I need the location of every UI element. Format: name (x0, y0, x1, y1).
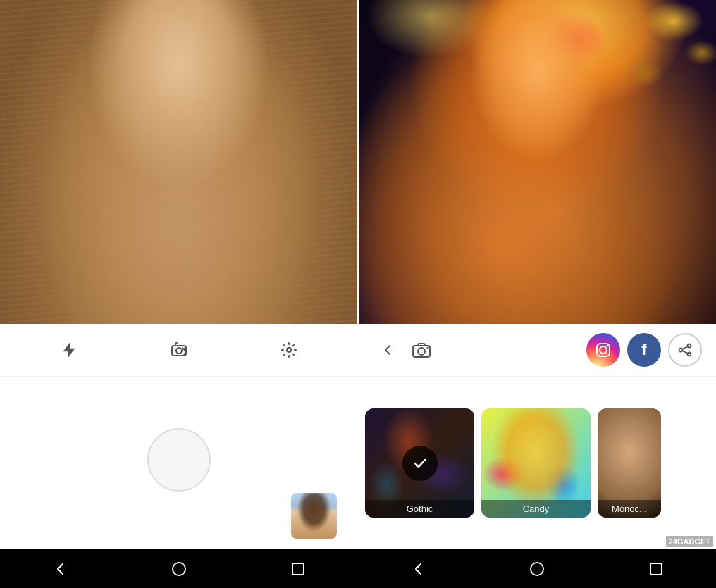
svg-point-3 (287, 348, 291, 352)
nav-recents-right[interactable] (642, 555, 670, 583)
svg-point-6 (427, 347, 429, 349)
svg-rect-16 (292, 563, 304, 575)
filter-strip: Gothic Candy Monoc... (358, 377, 716, 549)
paint-swirls-overlay (575, 0, 716, 106)
filter-mono-label: Monoc... (598, 500, 661, 518)
filter-mono[interactable]: Monoc... (598, 408, 661, 518)
toolbar-left (0, 324, 358, 377)
svg-point-5 (418, 348, 425, 355)
facebook-label: f (641, 341, 646, 359)
facebook-button[interactable]: f (627, 333, 661, 367)
nav-recents-left[interactable] (284, 555, 312, 583)
back-button[interactable] (372, 334, 403, 365)
svg-point-9 (607, 345, 609, 347)
thumbnail-preview[interactable] (291, 493, 337, 539)
filter-gothic-label: Gothic (365, 500, 474, 518)
camera-rotate-button[interactable] (163, 334, 195, 365)
nav-bar-right: 24GADGET (358, 549, 716, 588)
nav-back-right[interactable] (404, 555, 432, 583)
photos-row (0, 0, 716, 324)
filter-gothic[interactable]: Gothic (365, 408, 474, 518)
bottom-right-panel: f (358, 324, 716, 549)
nav-home-right[interactable] (523, 555, 551, 583)
share-button[interactable] (668, 333, 702, 367)
nav-home-left[interactable] (165, 555, 193, 583)
svg-line-14 (682, 351, 687, 354)
svg-rect-18 (650, 563, 662, 575)
nav-back-left[interactable] (46, 555, 74, 583)
watermark: 24GADGET (666, 536, 713, 547)
svg-point-11 (679, 349, 683, 352)
content-left (0, 377, 358, 549)
instagram-button[interactable] (586, 333, 620, 367)
thumbnail-image (291, 493, 337, 539)
filter-gothic-checkmark (402, 446, 438, 481)
bottom-container: f (0, 324, 716, 549)
svg-point-10 (688, 344, 691, 348)
camera-button[interactable] (406, 334, 437, 365)
svg-marker-0 (63, 343, 75, 357)
svg-point-15 (173, 563, 185, 575)
svg-point-17 (531, 563, 543, 575)
nav-bar-left (0, 549, 358, 588)
app-container: f (0, 0, 716, 588)
photo-original (0, 0, 357, 324)
svg-line-13 (682, 346, 687, 349)
filter-candy[interactable]: Candy (481, 408, 591, 518)
style-selector-circle[interactable] (147, 428, 211, 492)
bottom-left-panel (0, 324, 358, 549)
photo-styled (359, 0, 716, 324)
back-camera-group (372, 334, 437, 365)
lightning-button[interactable] (54, 334, 85, 365)
navigation-bars: 24GADGET (0, 549, 716, 588)
svg-point-2 (176, 348, 182, 354)
svg-point-12 (688, 353, 691, 356)
toolbar-right: f (358, 324, 716, 377)
gear-button[interactable] (273, 334, 304, 365)
svg-point-8 (600, 346, 607, 354)
photo-original-overlay (0, 0, 357, 324)
filter-candy-label: Candy (481, 500, 591, 518)
